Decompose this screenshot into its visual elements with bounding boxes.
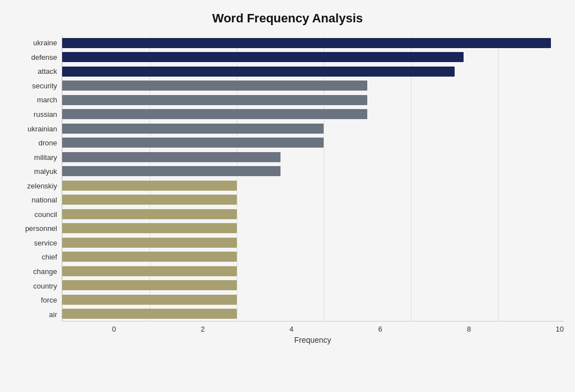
y-label-ukrainian: ukrainian xyxy=(11,125,57,133)
bar-service xyxy=(62,238,237,248)
y-label-change: change xyxy=(11,268,57,275)
y-label-air: air xyxy=(11,311,57,318)
bar-row-council xyxy=(62,208,564,220)
bar-march xyxy=(62,95,367,105)
x-tick-0: 0 xyxy=(112,325,116,333)
bar-military xyxy=(62,152,281,162)
bar-row-ukrainian xyxy=(62,122,564,135)
chart-title: Word Frequency Analysis xyxy=(11,11,564,26)
y-label-march: march xyxy=(11,96,57,103)
y-label-ukraine: ukraine xyxy=(11,39,57,46)
y-axis-labels: ukrainedefenseattacksecuritymarchrussian… xyxy=(11,36,62,322)
bar-force xyxy=(62,295,237,305)
y-label-russian: russian xyxy=(11,111,57,118)
y-label-force: force xyxy=(11,296,57,304)
bar-attack xyxy=(62,67,455,77)
bar-row-malyuk xyxy=(62,165,564,177)
bar-row-personnel xyxy=(62,222,564,234)
x-tick-6: 6 xyxy=(378,325,382,333)
chart-area: ukrainedefenseattacksecuritymarchrussian… xyxy=(11,36,564,322)
bar-defense xyxy=(62,52,464,62)
y-label-chief: chief xyxy=(11,253,57,261)
bar-row-force xyxy=(62,294,564,306)
bar-row-national xyxy=(62,193,564,206)
y-label-military: military xyxy=(11,154,57,161)
bar-country xyxy=(62,280,237,290)
y-label-national: national xyxy=(11,196,57,204)
bar-row-zelenskiy xyxy=(62,180,564,192)
bar-row-drone xyxy=(62,136,564,149)
bar-row-russian xyxy=(62,108,564,120)
y-label-country: country xyxy=(11,282,57,290)
bar-row-march xyxy=(62,94,564,106)
y-label-zelenskiy: zelenskiy xyxy=(11,182,57,190)
bar-personnel xyxy=(62,223,237,233)
bar-security xyxy=(62,81,367,91)
bar-air xyxy=(62,309,237,319)
bar-row-change xyxy=(62,265,564,277)
bar-row-country xyxy=(62,279,564,291)
bar-row-service xyxy=(62,237,564,249)
y-label-malyuk: malyuk xyxy=(11,168,57,175)
x-tick-4: 4 xyxy=(289,325,293,333)
bar-change xyxy=(62,266,237,276)
chart-container: Word Frequency Analysis ukrainedefenseat… xyxy=(0,0,575,392)
bar-national xyxy=(62,195,237,205)
bar-ukrainian xyxy=(62,124,324,134)
bar-row-ukraine xyxy=(62,37,564,49)
bar-row-defense xyxy=(62,51,564,63)
bar-row-security xyxy=(62,79,564,92)
y-label-security: security xyxy=(11,82,57,89)
x-tick-10: 10 xyxy=(556,325,564,333)
bar-row-attack xyxy=(62,65,564,78)
y-label-personnel: personnel xyxy=(11,225,57,232)
bar-malyuk xyxy=(62,166,281,176)
y-label-council: council xyxy=(11,211,57,218)
x-tick-2: 2 xyxy=(201,325,205,333)
y-label-defense: defense xyxy=(11,54,57,61)
x-tick-8: 8 xyxy=(467,325,471,333)
bar-zelenskiy xyxy=(62,181,237,191)
bar-russian xyxy=(62,109,367,119)
bar-council xyxy=(62,209,237,219)
y-label-attack: attack xyxy=(11,68,57,75)
bar-row-chief xyxy=(62,251,564,263)
y-label-drone: drone xyxy=(11,139,57,147)
bar-ukraine xyxy=(62,38,551,48)
bar-row-air xyxy=(62,308,564,320)
bar-chief xyxy=(62,252,237,262)
y-label-service: service xyxy=(11,239,57,247)
bar-row-military xyxy=(62,151,564,163)
bar-drone xyxy=(62,138,324,148)
x-axis-area: 0246810 Frequency xyxy=(11,322,564,344)
x-axis-label: Frequency xyxy=(62,336,564,344)
bars-section xyxy=(62,36,564,322)
